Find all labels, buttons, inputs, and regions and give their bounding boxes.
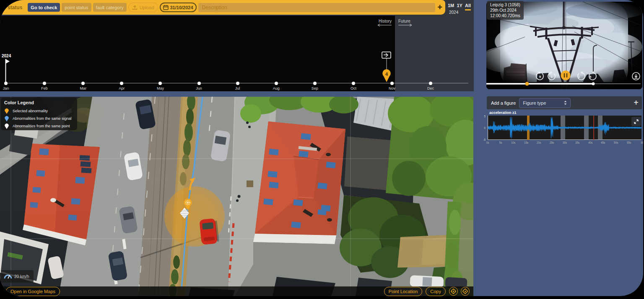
svg-text:5: 5 — [539, 75, 541, 79]
svg-text:1: 1 — [578, 75, 580, 79]
svg-text:1: 1 — [551, 75, 553, 79]
svg-text:5: 5 — [589, 75, 592, 79]
svg-text:4: 4 — [385, 72, 388, 77]
